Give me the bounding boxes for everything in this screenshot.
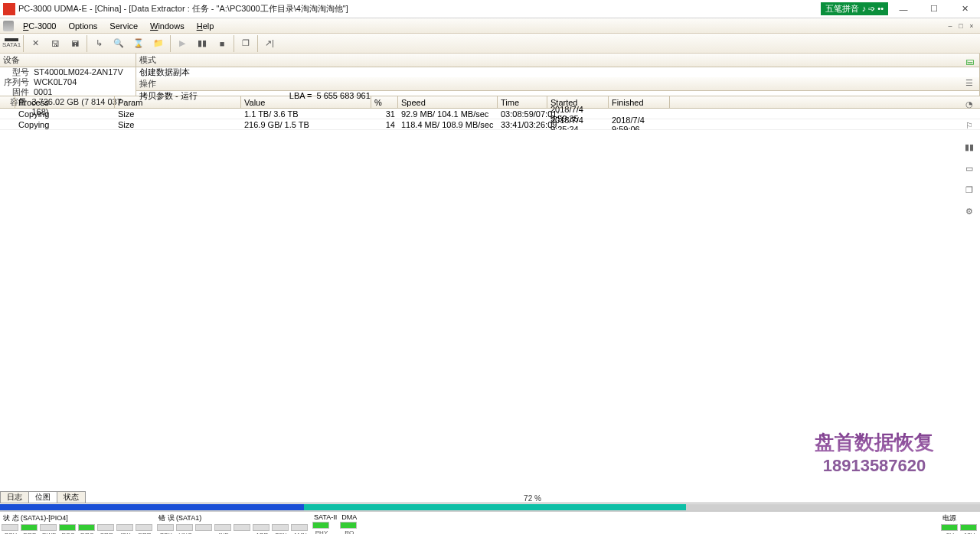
ime-indicator[interactable]: 五笔拼音 ♪ ➩ ••	[821, 2, 888, 15]
folder-icon[interactable]: 📁	[149, 35, 168, 52]
led-inf: INF	[214, 524, 233, 534]
status-group-error: 错 误 (SATA1) BBKUNCINFABRT0NAMN	[157, 513, 309, 534]
col-finished[interactable]: Finished	[609, 96, 670, 108]
led-abr: ABR	[253, 524, 271, 534]
grid-row[interactable]: Copying Size 216.9 GB/ 1.5 TB 14 118.4 M…	[0, 119, 980, 130]
bottom-tabs: 日志 位图 状态 72 %	[0, 491, 980, 503]
col-time[interactable]: Time	[498, 96, 547, 108]
led-t0n: T0N	[272, 524, 290, 534]
mdi-minimize[interactable]: –	[945, 22, 956, 30]
grid-row[interactable]: Copying Size 1.1 TB/ 3.6 TB 31 92.9 MB/ …	[0, 109, 980, 119]
led-blank	[195, 524, 214, 534]
led-err: ERR	[136, 524, 154, 534]
window-title: PC-3000 UDMA-E - [China] - [Data Extract…	[18, 3, 821, 15]
right-stack-icon[interactable]: ☰	[962, 75, 977, 90]
disk2-icon[interactable]: 🖬	[66, 35, 84, 52]
menu-help[interactable]: Help	[191, 20, 220, 32]
status-group-sata2: SATA-II PHY	[312, 513, 337, 534]
col-value[interactable]: Value	[241, 96, 371, 108]
tools-icon[interactable]: ✕	[26, 35, 44, 52]
right-disk-icon[interactable]: 🖴	[962, 54, 977, 69]
right-chip-icon[interactable]: ▭	[962, 161, 977, 176]
bitmap-strip[interactable]	[0, 503, 980, 511]
led-idx: IDX	[116, 524, 135, 534]
ime-name: 五笔拼音	[825, 3, 859, 15]
led-5v: 5V	[941, 524, 959, 534]
watermark: 盘首数据恢复 18913587620	[815, 429, 934, 476]
led-unc: UNC	[176, 524, 194, 534]
tab-bitmap[interactable]: 位图	[28, 491, 57, 503]
led-rq: RQ	[340, 522, 358, 534]
device-serial: WCK0L704	[29, 77, 77, 87]
device-header: 设备	[0, 54, 136, 67]
exit-icon[interactable]: ↗|	[260, 35, 279, 52]
led-bsy: BSY	[2, 524, 20, 534]
nav-icon[interactable]: ↳	[90, 35, 108, 52]
led-blank	[234, 524, 252, 534]
led-dwf: DWF	[40, 524, 58, 534]
status-bar: 状 态 (SATA1)-[PIO4] BSYDRDDWFDSCDRQCRRIDX…	[0, 511, 980, 534]
titlebar: PC-3000 UDMA-E - [China] - [Data Extract…	[0, 0, 980, 18]
close-button[interactable]: ✕	[949, 4, 980, 14]
right-window-icon[interactable]: ❐	[962, 182, 977, 197]
sata-selector[interactable]: SATA1	[2, 35, 21, 52]
led-12v: 12V	[960, 524, 978, 534]
right-toolbar: 🖴 ☰ ◔ ⚐ ▮▮ ▭ ❐ ⚙	[959, 54, 980, 219]
minimize-button[interactable]: —	[888, 5, 919, 14]
app-menu-icon	[3, 21, 14, 31]
device-model: ST4000LM024-2AN17V	[29, 67, 123, 77]
led-drd: DRD	[21, 524, 39, 534]
toolbar: SATA1 ✕ 🖫 🖬 ↳ 🔍 ⌛ 📁 ▶ ▮▮ ■ ❐ ↗|	[0, 34, 980, 54]
main-area: 盘首数据恢复 18913587620	[0, 130, 980, 491]
led-dsc: DSC	[59, 524, 77, 534]
app-icon	[3, 3, 15, 15]
right-pause-icon[interactable]: ▮▮	[962, 139, 977, 155]
tab-log[interactable]: 日志	[0, 491, 29, 503]
window-icon[interactable]: ❐	[237, 35, 255, 52]
play-button[interactable]: ▶	[173, 35, 191, 52]
col-param[interactable]: Param	[115, 96, 241, 108]
col-speed[interactable]: Speed	[398, 96, 498, 108]
mdi-close[interactable]: ×	[966, 22, 977, 30]
led-phy: PHY	[312, 522, 331, 534]
menu-options[interactable]: Options	[62, 20, 103, 32]
pause-button[interactable]: ▮▮	[193, 35, 211, 52]
led-amn: AMN	[291, 524, 309, 534]
right-clock-icon[interactable]: ◔	[962, 96, 977, 112]
status-group-dma: DMA RQ	[340, 513, 358, 534]
menu-pc3000[interactable]: PC-3000	[17, 20, 62, 32]
hourglass-icon[interactable]: ⌛	[129, 35, 148, 52]
maximize-button[interactable]: ☐	[919, 4, 949, 14]
menubar: PC-3000 Options Service Windows Help – □…	[0, 18, 980, 34]
menu-windows[interactable]: Windows	[144, 20, 191, 32]
mdi-maximize[interactable]: □	[956, 22, 966, 30]
tab-status[interactable]: 状态	[57, 491, 86, 503]
mode-header: 模式	[136, 54, 979, 67]
led-bbk: BBK	[157, 524, 175, 534]
right-flag-icon[interactable]: ⚐	[962, 118, 977, 133]
stop-button[interactable]: ■	[213, 35, 231, 52]
mode-value: 创建数据副本	[139, 67, 190, 77]
info-panel: 设备 型号ST4000LM024-2AN17V 序列号WCK0L704 固件00…	[0, 54, 980, 96]
led-drq: DRQ	[78, 524, 96, 534]
menu-service[interactable]: Service	[103, 20, 144, 32]
col-percent[interactable]: %	[371, 96, 398, 108]
led-crr: CRR	[97, 524, 116, 534]
disk1-icon[interactable]: 🖫	[46, 35, 64, 52]
status-group-power: 电源 5V12V	[941, 513, 978, 534]
progress-label: 72 %	[85, 494, 980, 503]
search-icon[interactable]: 🔍	[109, 35, 128, 52]
right-settings-icon[interactable]: ⚙	[962, 204, 977, 219]
col-process[interactable]: Process	[15, 96, 115, 108]
status-group-sata: 状 态 (SATA1)-[PIO4] BSYDRDDWFDSCDRQCRRIDX…	[2, 513, 154, 534]
op-header: 操作	[136, 77, 979, 91]
